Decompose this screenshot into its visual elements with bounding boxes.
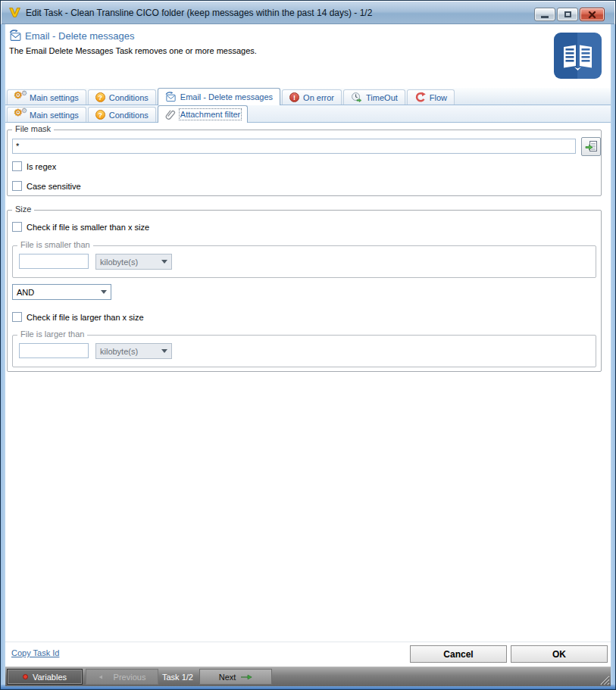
- paperclip-icon: [165, 109, 177, 120]
- email-task-icon: [9, 30, 22, 42]
- chevron-down-icon: [98, 286, 109, 298]
- tab-label: Email - Delete messages: [180, 92, 273, 101]
- variables-dot-icon: [23, 674, 28, 679]
- window-title: Edit Task - Clean Transline CICO folder …: [26, 8, 372, 18]
- arrow-left-icon: [98, 673, 109, 681]
- variables-button[interactable]: Variables: [7, 669, 83, 685]
- email-subtab-strip: ⚙⚙ Main settings ? Conditions Attachment…: [5, 105, 611, 123]
- email-icon: [165, 92, 177, 103]
- gears-icon: ⚙⚙: [14, 110, 26, 120]
- tab-label: TimeOut: [366, 93, 398, 102]
- tab-timeout[interactable]: TimeOut: [343, 89, 405, 105]
- error-icon: !: [289, 92, 299, 102]
- tab-label: Flow: [430, 93, 447, 102]
- maximize-button[interactable]: [557, 8, 578, 21]
- file-smaller-subgroup: File is smaller than kilobyte(s): [12, 245, 596, 278]
- smaller-check-row: Check if file is smaller than x size: [12, 222, 149, 232]
- arrow-right-icon: [240, 673, 252, 681]
- previous-button[interactable]: Previous: [86, 669, 158, 685]
- smaller-unit-select[interactable]: kilobyte(s): [95, 254, 172, 270]
- cancel-button[interactable]: Cancel: [410, 645, 507, 663]
- file-larger-subgroup: File is larger than kilobyte(s): [12, 335, 596, 367]
- larger-unit-select[interactable]: kilobyte(s): [95, 343, 172, 359]
- tab-on-error[interactable]: ! On error: [282, 89, 342, 105]
- larger-checkbox[interactable]: [12, 312, 22, 322]
- is-regex-label: Is regex: [27, 162, 56, 171]
- task-description: The Email Delete Messages Task removes o…: [9, 46, 257, 55]
- larger-checkbox-label: Check if file is larger than x size: [27, 313, 144, 322]
- operator-select[interactable]: AND: [12, 284, 111, 300]
- subtab-conditions[interactable]: ? Conditions: [88, 107, 156, 122]
- group-title: File mask: [12, 124, 54, 133]
- tab-flow[interactable]: Flow: [407, 89, 455, 105]
- previous-label: Previous: [114, 673, 146, 682]
- tab-main-settings[interactable]: ⚙⚙ Main settings: [7, 89, 86, 105]
- tab-label: Main settings: [30, 93, 79, 102]
- close-button[interactable]: [580, 8, 605, 21]
- file-mask-input[interactable]: [12, 139, 576, 154]
- chevron-down-icon: [158, 256, 170, 267]
- tab-label: Attachment filter: [180, 110, 240, 119]
- case-sensitive-row: Case sensitive: [12, 181, 81, 191]
- tab-conditions[interactable]: ? Conditions: [88, 89, 156, 105]
- larger-size-input[interactable]: [19, 343, 89, 358]
- smaller-checkbox[interactable]: [12, 222, 22, 232]
- larger-check-row: Check if file is larger than x size: [12, 312, 144, 322]
- size-group: Size Check if file is smaller than x siz…: [7, 210, 602, 372]
- smaller-size-input[interactable]: [19, 254, 89, 269]
- maximize-icon: [564, 11, 571, 17]
- minimize-icon: [541, 16, 549, 18]
- documentation-book-icon: [554, 33, 602, 79]
- subgroup-title: File is larger than: [17, 329, 87, 339]
- tab-label: On error: [303, 93, 334, 102]
- gears-icon: ⚙⚙: [14, 92, 26, 103]
- edit-task-dialog: Edit Task - Clean Transline CICO folder …: [0, 0, 616, 690]
- close-icon: [588, 11, 596, 19]
- case-sensitive-label: Case sensitive: [27, 182, 81, 191]
- next-button[interactable]: Next: [199, 669, 272, 685]
- tab-label: Conditions: [109, 93, 149, 102]
- visualcron-logo-icon: [8, 6, 21, 19]
- task-tab-strip: ⚙⚙ Main settings ? Conditions Email - De…: [5, 88, 611, 105]
- variables-label: Variables: [33, 673, 67, 682]
- copy-task-id-link[interactable]: Copy Task Id: [11, 648, 59, 657]
- file-mask-group: File mask Is regex Case sensitive: [7, 130, 602, 196]
- is-regex-checkbox[interactable]: [12, 161, 22, 171]
- selected-unit: kilobyte(s): [100, 258, 138, 267]
- resize-grip[interactable]: [599, 674, 610, 685]
- smaller-checkbox-label: Check if file is smaller than x size: [27, 223, 149, 232]
- insert-variable-icon: [585, 140, 598, 153]
- chevron-down-icon: [158, 345, 170, 357]
- subgroup-title: File is smaller than: [17, 240, 93, 249]
- case-sensitive-checkbox[interactable]: [12, 181, 22, 191]
- question-icon: ?: [95, 92, 105, 102]
- is-regex-row: Is regex: [12, 161, 56, 171]
- status-bar: Variables Previous Task 1/2 Next: [5, 667, 611, 686]
- next-label: Next: [219, 673, 236, 682]
- window-frame-right: [611, 24, 615, 685]
- timeout-icon: [351, 92, 362, 103]
- selected-operator: AND: [17, 288, 34, 297]
- browse-button[interactable]: [581, 137, 601, 156]
- subtab-main-settings[interactable]: ⚙⚙ Main settings: [7, 107, 86, 122]
- footer-divider: [5, 642, 611, 642]
- group-title: Size: [12, 205, 34, 214]
- question-icon: ?: [95, 110, 105, 120]
- selected-unit: kilobyte(s): [100, 347, 138, 356]
- tab-label: Main settings: [30, 111, 79, 120]
- minimize-button[interactable]: [534, 8, 555, 21]
- task-counter: Task 1/2: [162, 667, 193, 686]
- page-title: Email - Delete messages: [25, 30, 135, 42]
- titlebar[interactable]: Edit Task - Clean Transline CICO folder …: [2, 2, 614, 24]
- subtab-attachment-filter[interactable]: Attachment filter: [158, 105, 248, 123]
- ok-button[interactable]: OK: [511, 645, 608, 663]
- dialog-content: Email - Delete messages The Email Delete…: [5, 24, 611, 685]
- tab-email-delete-messages[interactable]: Email - Delete messages: [158, 88, 280, 105]
- flow-icon: [414, 92, 426, 103]
- tab-label: Conditions: [109, 111, 149, 120]
